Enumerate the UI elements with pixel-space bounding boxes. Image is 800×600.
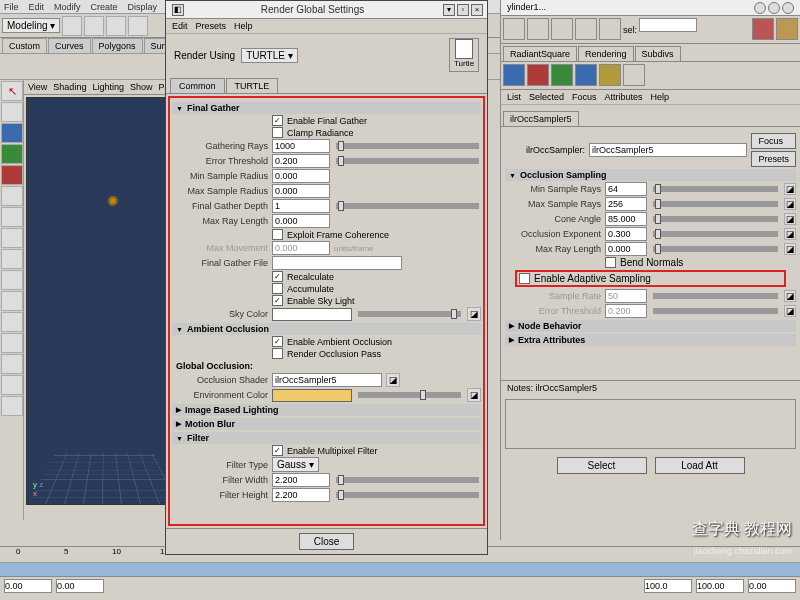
win-btn-icon[interactable] bbox=[768, 2, 780, 14]
dlg-menu-presets[interactable]: Presets bbox=[196, 21, 227, 31]
map-icon[interactable]: ◪ bbox=[784, 183, 796, 195]
menu-display[interactable]: Display bbox=[128, 2, 158, 12]
range-start-input[interactable] bbox=[4, 579, 52, 593]
exploit-checkbox[interactable] bbox=[272, 229, 283, 240]
slider[interactable] bbox=[653, 216, 778, 222]
section-occlusion-sampling[interactable]: ▼Occlusion Sampling bbox=[505, 169, 796, 181]
maximize-icon[interactable]: ▫ bbox=[457, 4, 469, 16]
presets-button[interactable]: Presets bbox=[751, 151, 796, 167]
lasso-tool-icon[interactable] bbox=[1, 102, 23, 122]
dlg-menu-help[interactable]: Help bbox=[234, 21, 253, 31]
map-icon[interactable]: ◪ bbox=[784, 243, 796, 255]
vp-tab-view[interactable]: View bbox=[28, 82, 47, 92]
shelf-tab-curves[interactable]: Curves bbox=[48, 38, 91, 53]
layout-icon[interactable] bbox=[1, 291, 23, 311]
playback-start-input[interactable] bbox=[56, 579, 104, 593]
map-icon[interactable]: ◪ bbox=[784, 198, 796, 210]
teapot-icon[interactable] bbox=[1, 375, 23, 395]
slider[interactable] bbox=[336, 492, 479, 498]
slider[interactable] bbox=[358, 311, 461, 317]
shelf-icon[interactable] bbox=[599, 64, 621, 86]
slider[interactable] bbox=[336, 203, 479, 209]
tool-icon[interactable] bbox=[776, 18, 798, 40]
shelf-tab-rendering[interactable]: Rendering bbox=[578, 46, 634, 61]
move-tool-icon[interactable] bbox=[1, 123, 23, 143]
fg-file-input[interactable] bbox=[272, 256, 402, 270]
shelf-tab-polygons[interactable]: Polygons bbox=[92, 38, 143, 53]
layout-icon[interactable] bbox=[1, 354, 23, 374]
close-icon[interactable]: × bbox=[471, 4, 483, 16]
render-using-dropdown[interactable]: TURTLE ▾ bbox=[241, 48, 298, 63]
slider[interactable] bbox=[653, 186, 778, 192]
section-final-gather[interactable]: ▼Final Gather bbox=[172, 102, 481, 114]
select-tool-icon[interactable]: ↖ bbox=[1, 81, 23, 101]
layout-icon[interactable] bbox=[1, 333, 23, 353]
clapboard-icon[interactable] bbox=[575, 18, 597, 40]
map-icon[interactable]: ◪ bbox=[784, 305, 796, 317]
menu-file[interactable]: File bbox=[4, 2, 19, 12]
mode-dropdown[interactable]: Modeling ▾ bbox=[2, 18, 60, 33]
tool-icon[interactable] bbox=[1, 186, 23, 206]
range-slider[interactable] bbox=[0, 563, 800, 577]
section-node-behavior[interactable]: ▶Node Behavior bbox=[505, 320, 796, 332]
adaptive-sampling-checkbox[interactable] bbox=[519, 273, 530, 284]
tool-icon[interactable] bbox=[551, 18, 573, 40]
shelf-icon[interactable] bbox=[503, 64, 525, 86]
env-color-swatch[interactable] bbox=[272, 389, 352, 402]
focus-button[interactable]: Focus bbox=[751, 133, 796, 149]
slider[interactable] bbox=[653, 201, 778, 207]
sky-checkbox[interactable]: ✓ bbox=[272, 295, 283, 306]
tab-common[interactable]: Common bbox=[170, 78, 225, 93]
map-icon[interactable]: ◪ bbox=[386, 373, 400, 387]
slider[interactable] bbox=[653, 231, 778, 237]
error-threshold-input[interactable] bbox=[272, 154, 330, 168]
section-ambient-occlusion[interactable]: ▼Ambient Occlusion bbox=[172, 323, 481, 335]
win-btn-icon[interactable] bbox=[782, 2, 794, 14]
enable-ao-checkbox[interactable]: ✓ bbox=[272, 336, 283, 347]
rotate-tool-icon[interactable] bbox=[1, 144, 23, 164]
sel-input[interactable] bbox=[639, 18, 697, 32]
gathering-rays-input[interactable] bbox=[272, 139, 330, 153]
min-sample-radius-input[interactable] bbox=[272, 169, 330, 183]
filter-type-dropdown[interactable]: Gauss ▾ bbox=[272, 457, 319, 472]
playback-end-input[interactable] bbox=[644, 579, 692, 593]
shelf-icon[interactable] bbox=[623, 64, 645, 86]
min-rays-input[interactable] bbox=[605, 182, 647, 196]
map-icon[interactable]: ◪ bbox=[784, 213, 796, 225]
section-ibl[interactable]: ▶Image Based Lighting bbox=[172, 404, 481, 416]
section-filter[interactable]: ▼Filter bbox=[172, 432, 481, 444]
toolbar-icon[interactable] bbox=[84, 16, 104, 36]
node-name-input[interactable] bbox=[589, 143, 747, 157]
current-frame-input[interactable] bbox=[748, 579, 796, 593]
tool-icon[interactable] bbox=[1, 207, 23, 227]
dlg-menu-edit[interactable]: Edit bbox=[172, 21, 188, 31]
occ-shader-input[interactable] bbox=[272, 373, 382, 387]
filter-width-input[interactable] bbox=[272, 473, 330, 487]
range-end-input[interactable] bbox=[696, 579, 744, 593]
ae-menu-list[interactable]: List bbox=[507, 92, 521, 102]
node-tab[interactable]: ilrOccSampler5 bbox=[503, 111, 579, 126]
ae-menu-selected[interactable]: Selected bbox=[529, 92, 564, 102]
tool-icon[interactable] bbox=[1, 249, 23, 269]
layout-icon[interactable] bbox=[1, 396, 23, 416]
shelf-tab-radiant[interactable]: RadiantSquare bbox=[503, 46, 577, 61]
slider[interactable] bbox=[336, 477, 479, 483]
render-pass-checkbox[interactable] bbox=[272, 348, 283, 359]
shelf-icon[interactable] bbox=[575, 64, 597, 86]
max-ray-length-input[interactable] bbox=[272, 214, 330, 228]
slider[interactable] bbox=[653, 246, 778, 252]
load-attr-button[interactable]: Load Att bbox=[655, 457, 745, 474]
layout-icon[interactable] bbox=[1, 312, 23, 332]
map-icon[interactable]: ◪ bbox=[784, 290, 796, 302]
enable-filter-checkbox[interactable]: ✓ bbox=[272, 445, 283, 456]
win-btn-icon[interactable] bbox=[754, 2, 766, 14]
vp-tab-lighting[interactable]: Lighting bbox=[92, 82, 124, 92]
slider[interactable] bbox=[358, 392, 461, 398]
section-extra-attributes[interactable]: ▶Extra Attributes bbox=[505, 334, 796, 346]
menu-create[interactable]: Create bbox=[91, 2, 118, 12]
slider[interactable] bbox=[336, 158, 479, 164]
slider[interactable] bbox=[336, 143, 479, 149]
toolbar-icon[interactable] bbox=[106, 16, 126, 36]
color-picker-icon[interactable]: ◪ bbox=[467, 388, 481, 402]
tool-icon[interactable] bbox=[599, 18, 621, 40]
